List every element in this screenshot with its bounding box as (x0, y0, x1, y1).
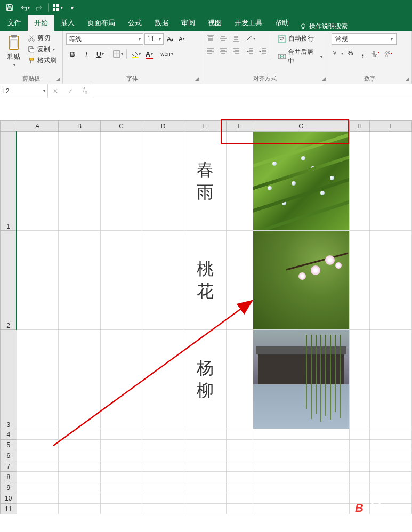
font-name-select[interactable]: 等线▾ (66, 33, 143, 45)
cell-H1[interactable] (350, 132, 370, 231)
phonetic-button[interactable]: wén▾ (160, 48, 173, 60)
cell-E1[interactable]: 春雨 (184, 132, 227, 231)
tab-developer[interactable]: 开发工具 (228, 15, 269, 31)
align-bottom-button[interactable] (230, 33, 242, 44)
number-format-select[interactable]: 常规▾ (332, 33, 397, 45)
col-header-E[interactable]: E (184, 121, 227, 132)
bold-button[interactable]: B (66, 48, 79, 60)
cell-F1[interactable] (226, 132, 253, 231)
underline-button[interactable]: U▾ (94, 48, 107, 60)
row-header-10[interactable]: 10 (1, 493, 17, 504)
cell-B2[interactable] (59, 231, 101, 330)
save-button[interactable] (2, 1, 17, 14)
tab-home[interactable]: 开始 (28, 15, 54, 31)
enter-formula-button[interactable]: ✓ (63, 87, 78, 95)
border-button[interactable]: ▾ (111, 48, 124, 60)
redo-button[interactable] (32, 1, 47, 14)
decrease-font-button[interactable]: A▾ (176, 34, 187, 44)
increase-font-button[interactable]: A▴ (165, 34, 175, 44)
wrap-text-button[interactable]: 自动换行 (276, 33, 325, 44)
cell-G2[interactable] (253, 231, 349, 330)
cell-A2[interactable] (17, 231, 59, 330)
align-right-button[interactable] (230, 46, 242, 57)
cell-B1[interactable] (59, 132, 101, 231)
paste-button[interactable]: 粘贴 ▾ (3, 33, 25, 68)
col-header-I[interactable]: I (370, 121, 412, 132)
col-header-C[interactable]: C (100, 121, 142, 132)
cell-C2[interactable] (100, 231, 142, 330)
formula-input[interactable] (93, 84, 412, 98)
row-header-5[interactable]: 5 (1, 440, 17, 450)
tab-view[interactable]: 视图 (201, 15, 228, 31)
cell-E2[interactable]: 桃花 (184, 231, 227, 330)
col-header-D[interactable]: D (142, 121, 184, 132)
cell-C3[interactable] (100, 330, 142, 429)
col-header-G[interactable]: G (253, 121, 349, 132)
cell-D3[interactable] (142, 330, 184, 429)
cell-F3[interactable] (226, 330, 253, 429)
cell-G1[interactable] (253, 132, 349, 231)
cell-I3[interactable] (370, 330, 412, 429)
fill-color-button[interactable]: ▾ (129, 48, 142, 60)
cell-H2[interactable] (350, 231, 370, 330)
col-header-B[interactable]: B (59, 121, 101, 132)
cell-I1[interactable] (370, 132, 412, 231)
cell-D2[interactable] (142, 231, 184, 330)
col-header-A[interactable]: A (17, 121, 59, 132)
tab-insert[interactable]: 插入 (54, 15, 81, 31)
decrease-decimal-button[interactable]: .00.0 (383, 48, 394, 59)
tab-formulas[interactable]: 公式 (122, 15, 148, 31)
tab-review[interactable]: 审阅 (175, 15, 201, 31)
align-left-button[interactable] (205, 46, 216, 57)
align-center-button[interactable] (217, 46, 229, 57)
cell-I2[interactable] (370, 231, 412, 330)
decrease-indent-button[interactable] (244, 46, 256, 57)
tell-me-search[interactable]: 操作说明搜索 (295, 22, 352, 31)
cell-F2[interactable] (226, 231, 253, 330)
touch-mode-button[interactable]: ▾ (50, 1, 64, 14)
row-header-2[interactable]: 2 (1, 231, 17, 330)
undo-button[interactable]: ▾ (17, 1, 32, 14)
align-top-button[interactable] (205, 33, 216, 44)
font-launcher[interactable]: ◢ (195, 76, 199, 82)
cell-A1[interactable] (17, 132, 59, 231)
row-header-11[interactable]: 11 (1, 504, 17, 514)
italic-button[interactable]: I (80, 48, 93, 60)
cell-E3[interactable]: 杨柳 (184, 330, 227, 429)
alignment-launcher[interactable]: ◢ (322, 76, 326, 82)
comma-button[interactable]: , (357, 48, 369, 59)
cancel-formula-button[interactable]: ✕ (48, 87, 63, 95)
orientation-button[interactable]: ▾ (244, 33, 256, 44)
qat-customize-button[interactable]: ▾ (64, 1, 79, 14)
row-header-4[interactable]: 4 (1, 429, 17, 440)
number-launcher[interactable]: ◢ (406, 76, 409, 82)
cell-B3[interactable] (59, 330, 101, 429)
percent-button[interactable]: % (344, 48, 356, 59)
tab-help[interactable]: 帮助 (269, 15, 295, 31)
copy-button[interactable]: 复制▾ (27, 44, 58, 54)
insert-function-button[interactable]: fx (78, 86, 93, 95)
col-header-F[interactable]: F (226, 121, 253, 132)
cell-C1[interactable] (100, 132, 142, 231)
format-painter-button[interactable]: 格式刷 (27, 55, 58, 66)
cell-A4[interactable] (17, 429, 59, 440)
row-header-1[interactable]: 1 (1, 132, 17, 231)
accounting-format-button[interactable]: ¥▾ (332, 48, 343, 59)
increase-decimal-button[interactable]: .0.00 (370, 48, 382, 59)
cell-D1[interactable] (142, 132, 184, 231)
cell-G3[interactable] (253, 330, 349, 429)
increase-indent-button[interactable] (257, 46, 269, 57)
row-header-8[interactable]: 8 (1, 472, 17, 482)
name-box[interactable]: L2▾ (0, 84, 48, 98)
font-color-button[interactable]: A▾ (143, 48, 156, 60)
clipboard-launcher[interactable]: ◢ (56, 76, 60, 82)
align-middle-button[interactable] (217, 33, 229, 44)
tab-data[interactable]: 数据 (148, 15, 175, 31)
row-header-7[interactable]: 7 (1, 461, 17, 472)
tab-file[interactable]: 文件 (1, 15, 28, 31)
font-size-select[interactable]: 11▾ (144, 33, 164, 45)
cell-H3[interactable] (350, 330, 370, 429)
row-header-6[interactable]: 6 (1, 450, 17, 461)
col-header-H[interactable]: H (350, 121, 370, 132)
merge-center-button[interactable]: 合并后居中▾ (276, 46, 325, 67)
